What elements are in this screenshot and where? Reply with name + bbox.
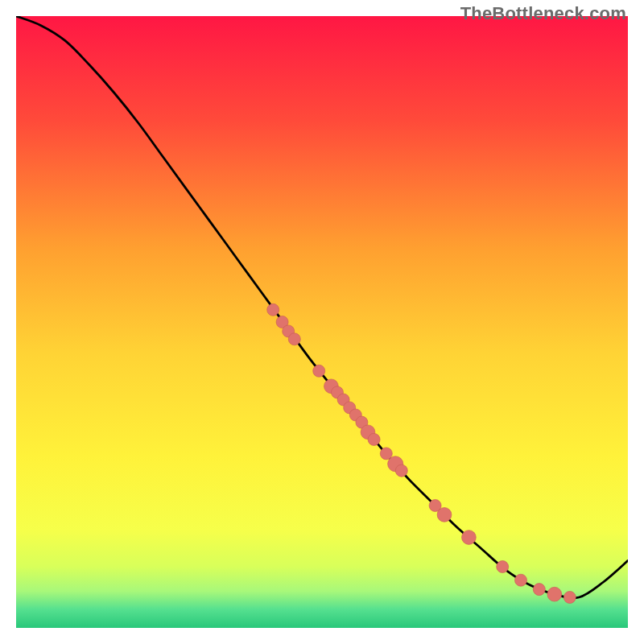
- watermark-text: TheBottleneck.com: [460, 3, 626, 24]
- chart-svg: [16, 16, 628, 628]
- data-marker: [288, 333, 300, 345]
- data-marker: [368, 433, 380, 445]
- data-marker: [547, 587, 562, 601]
- data-marker: [313, 365, 325, 377]
- data-marker: [564, 591, 576, 603]
- data-marker: [437, 508, 452, 522]
- data-marker: [267, 303, 279, 316]
- data-marker: [514, 574, 526, 586]
- data-marker: [395, 464, 407, 477]
- data-marker: [533, 584, 545, 596]
- data-marker: [462, 530, 477, 545]
- gradient-bg: [16, 16, 628, 628]
- chart-canvas: [16, 16, 628, 628]
- data-marker: [497, 560, 509, 572]
